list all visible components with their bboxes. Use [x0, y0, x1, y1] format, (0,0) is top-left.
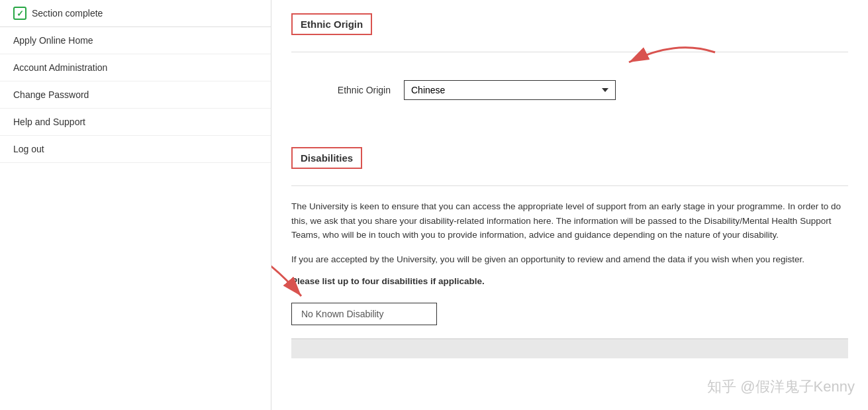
ethnic-origin-form-row: Ethnic Origin Chinese White Mixed Asian … — [311, 66, 848, 114]
section-complete-label: Section complete — [32, 8, 103, 19]
check-icon: ✓ — [13, 7, 26, 20]
section-complete-row: ✓ Section complete — [0, 0, 271, 27]
sidebar-item-apply-online-home[interactable]: Apply Online Home — [0, 27, 271, 54]
bottom-bar — [291, 338, 848, 358]
sidebar-item-log-out[interactable]: Log out — [0, 136, 271, 163]
sidebar-nav: Apply Online Home Account Administration… — [0, 27, 271, 163]
disability-box-container: No Known Disability — [291, 303, 437, 325]
section-divider-ethnic — [291, 52, 848, 52]
sidebar-item-help-support[interactable]: Help and Support — [0, 109, 271, 136]
disabilities-section: Disabilities The University is keen to e… — [291, 134, 848, 325]
sidebar: ✓ Section complete Apply Online Home Acc… — [0, 0, 271, 410]
sidebar-item-change-password[interactable]: Change Password — [0, 81, 271, 109]
ethnic-origin-select[interactable]: Chinese White Mixed Asian or Asian Briti… — [404, 80, 616, 100]
ethnic-origin-section-title: Ethnic Origin — [291, 13, 372, 35]
arrow-annotation-ethnic — [622, 66, 728, 112]
ethnic-origin-section: Ethnic Origin Ethnic Origin Chinese Whit… — [291, 0, 848, 114]
sidebar-item-account-administration[interactable]: Account Administration — [0, 54, 271, 81]
disabilities-paragraph1: The University is keen to ensure that yo… — [291, 199, 848, 242]
watermark: 知乎 @假洋鬼子Kenny — [707, 377, 855, 397]
disabilities-paragraph2: If you are accepted by the University, y… — [291, 252, 848, 267]
disabilities-please-list: Please list up to four disabilities if a… — [291, 276, 848, 286]
disabilities-section-title: Disabilities — [291, 147, 362, 169]
arrow-annotation-disability — [271, 233, 338, 306]
main-content: Ethnic Origin Ethnic Origin Chinese Whit… — [271, 0, 868, 410]
ethnic-origin-label: Ethnic Origin — [311, 85, 391, 95]
section-divider-disabilities — [291, 185, 848, 186]
disability1-field[interactable]: No Known Disability — [291, 303, 437, 325]
